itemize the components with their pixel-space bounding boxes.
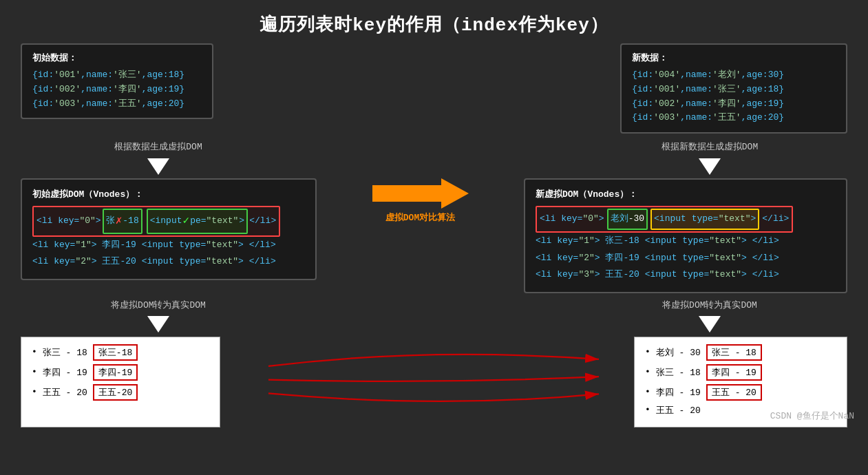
input-box-zhangsan[interactable]: 张三-18	[93, 344, 138, 361]
new-real-item-0: • 老刘 - 30 张三 - 18	[645, 344, 836, 361]
page-title: 遍历列表时key的作用（index作为key）	[0, 0, 868, 43]
left-convert-label: 将虚拟DOM转为真实DOM	[55, 299, 262, 332]
input-box-wangwu[interactable]: 王五-20	[93, 384, 138, 401]
bidir-arrow	[372, 178, 469, 209]
initial-vdom-line-2: <li key="2"> 王五-20 <input type="text"> <…	[32, 253, 305, 271]
watermark: CSDN @鱼仔是个NaN	[770, 410, 854, 422]
left-generate-label: 根据数据生成虚拟DOM	[55, 140, 262, 175]
real-dom-item-0: • 张三 - 18 张三-18	[32, 344, 209, 361]
real-dom-item-2: • 王五 - 20 王五-20	[32, 384, 209, 401]
initial-vdom-line-1: <li key="1"> 李四-19 <input type="text"> <…	[32, 237, 305, 254]
right-convert-label: 将虚拟DOM转为真实DOM	[606, 299, 813, 332]
algo-label: 虚拟DOM对比算法	[385, 211, 455, 224]
new-vdom-line-1: <li key="1"> 张三-18 <input type="text"> <…	[536, 233, 836, 250]
new-vdom-line-2: <li key="2"> 李四-19 <input type="text"> <…	[536, 250, 836, 267]
right-generate-label: 根据新数据生成虚拟DOM	[606, 140, 813, 175]
initial-vdom-title: 初始虚拟DOM（Vnodes）：	[32, 188, 305, 200]
initial-data-box: 初始数据： {id:'001',name:'张三',age:18} {id:'0…	[21, 43, 213, 119]
new-data-box: 新数据： {id:'004',name:'老刘',age:30} {id:'00…	[620, 43, 847, 134]
svg-marker-0	[372, 178, 469, 209]
new-data-line-3: {id:'002',name:'李四',age:19}	[632, 97, 836, 112]
new-vdom-box: 新虚拟DOM（Vnodes）： <li key="0"> 老刘-30 <inpu…	[524, 178, 847, 293]
initial-data-line-3: {id:'003',name:'王五',age:20}	[32, 97, 202, 112]
initial-data-line-1: {id:'001',name:'张三',age:18}	[32, 68, 202, 83]
initial-real-dom-box: • 张三 - 18 张三-18 • 李四 - 19 李四-19 • 王五 - 2…	[21, 337, 220, 427]
new-real-item-2: • 李四 - 19 王五 - 20	[645, 384, 836, 401]
left-convert-arrow	[147, 316, 169, 332]
new-real-item-1: • 张三 - 18 李四 - 19	[645, 364, 836, 381]
input-box-lisi[interactable]: 李四-19	[93, 364, 138, 381]
new-vdom-line-3: <li key="3"> 王五-20 <input type="text"> <…	[536, 266, 836, 284]
real-dom-item-1: • 李四 - 19 李四-19	[32, 364, 209, 381]
new-input-box-2[interactable]: 王五 - 20	[706, 384, 762, 401]
initial-data-line-2: {id:'002',name:'李四',age:19}	[32, 83, 202, 97]
new-data-line-4: {id:'003',name:'王五',age:20}	[632, 111, 836, 125]
left-down-arrow	[147, 158, 169, 175]
right-convert-arrow	[699, 316, 721, 332]
new-data-title: 新数据：	[632, 52, 836, 64]
new-input-box-0[interactable]: 张三 - 18	[706, 344, 762, 361]
new-vdom-title: 新虚拟DOM（Vnodes）：	[536, 188, 836, 200]
new-vdom-line-0: <li key="0"> 老刘-30 <input type="text"> <…	[536, 206, 836, 233]
initial-data-title: 初始数据：	[32, 52, 202, 64]
initial-vdom-line-0: <li key="0"> 张✗-18 <input ✓pe="text"> </…	[32, 206, 305, 236]
new-data-line-2: {id:'001',name:'张三',age:18}	[632, 83, 836, 97]
initial-vdom-box: 初始虚拟DOM（Vnodes）： <li key="0"> 张✗-18 <inp…	[21, 178, 317, 280]
new-data-line-1: {id:'004',name:'老刘',age:30}	[632, 68, 836, 83]
new-input-box-1[interactable]: 李四 - 19	[706, 364, 762, 381]
right-down-arrow	[699, 158, 721, 175]
